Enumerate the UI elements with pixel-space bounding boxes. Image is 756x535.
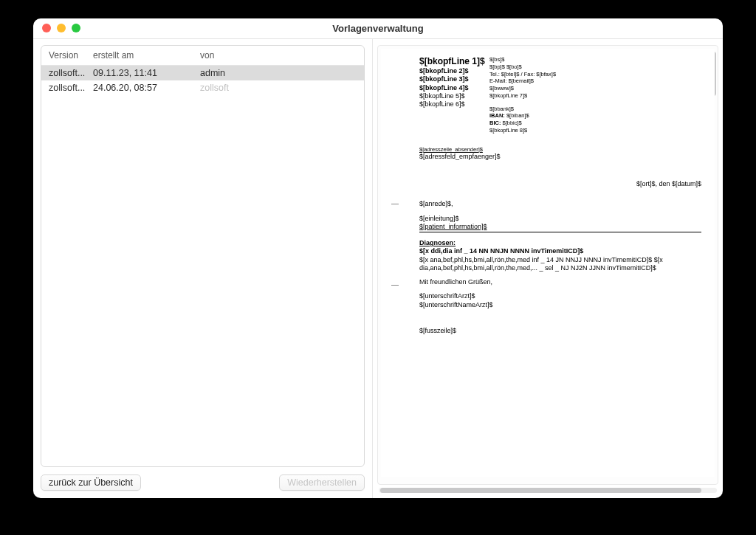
restore-button[interactable]: Wiederherstellen [279, 474, 365, 491]
fold-mark-icon [391, 285, 399, 286]
col-created[interactable]: erstellt am [93, 50, 200, 61]
closing: Mit freundlichen Grüßen, [419, 278, 701, 286]
cell-created: 24.06.20, 08:57 [93, 83, 200, 93]
table-row[interactable]: zollsoft...24.06.20, 08:57zollsoft [41, 80, 364, 95]
letterhead-line: $[bkopfLine 1]$ [419, 56, 489, 67]
right-pane: $[bkopfLine 1]$$[bkopfLine 2]$$[bkopfLin… [373, 39, 723, 498]
signature-line: $[unterschriftArzt]$ [419, 292, 701, 300]
cell-version: zollsoft... [49, 68, 93, 78]
cell-by: zollsoft [200, 83, 357, 93]
letterhead-line: $[bkopfLine 8]$ [489, 127, 701, 134]
letterhead-line: $[bkopfLine 6]$ [419, 100, 489, 108]
back-button[interactable]: zurück zur Übersicht [41, 474, 141, 491]
cell-by: admin [200, 68, 357, 78]
table-row[interactable]: zollsoft...09.11.23, 11:41admin [41, 66, 364, 80]
letterhead-right: $[bs]$$[bp]$ $[bo]$Tel.: $[btel]$ / Fax:… [489, 56, 701, 134]
hscroll-track [379, 488, 717, 493]
button-row: zurück zur Übersicht Wiederherstellen [41, 474, 365, 491]
letterhead-line: $[bs]$ [489, 56, 701, 63]
close-icon[interactable] [42, 24, 51, 32]
letterhead-line: $[bwww]$ [489, 85, 701, 92]
letterhead-line: $[bkopfLine 7]$ [489, 92, 701, 100]
zoom-icon[interactable] [72, 24, 80, 32]
col-version[interactable]: Version [49, 50, 93, 61]
date-line: $[ort]$, den $[datum]$ [419, 180, 701, 188]
recipient-field: $[adressfeld_empfaenger]$ [419, 153, 701, 161]
letterhead-line: $[bkopfLine 2]$ [419, 67, 489, 75]
version-list: Version erstellt am von zollsoft...09.11… [41, 45, 365, 467]
horizontal-scrollbar[interactable] [377, 485, 718, 494]
cell-version: zollsoft... [49, 83, 93, 93]
minimize-icon[interactable] [57, 24, 66, 32]
letterhead-line: $[bbank]$ [489, 106, 701, 113]
letterhead-left: $[bkopfLine 1]$$[bkopfLine 2]$$[bkopfLin… [419, 56, 489, 134]
signature-name: $[unterschriftNameArzt]$ [419, 301, 701, 309]
intro-line: $[einleitung]$ [419, 215, 701, 223]
window-title: Vorlagenverwaltung [332, 23, 423, 34]
footer-line: $[fusszeile]$ [419, 327, 701, 335]
left-pane: Version erstellt am von zollsoft...09.11… [33, 39, 373, 498]
sender-line: $[adresszeile_absender]$ [419, 146, 701, 153]
separator-line [419, 232, 701, 232]
col-by[interactable]: von [200, 50, 357, 61]
list-header: Version erstellt am von [41, 46, 364, 66]
hscroll-thumb[interactable] [380, 488, 701, 493]
titlebar: Vorlagenverwaltung [33, 18, 723, 39]
letterhead-line: Tel.: $[btel]$ / Fax: $[bfax]$ [489, 71, 701, 78]
document-page: $[bkopfLine 1]$$[bkopfLine 2]$$[bkopfLin… [381, 49, 715, 477]
diagnoses-line: $[x ddi,dia inf _ 14 NN NNJN NNNN invTim… [419, 247, 701, 255]
letterhead: $[bkopfLine 1]$$[bkopfLine 2]$$[bkopfLin… [419, 56, 701, 134]
letterhead-line: E-Mail: $[bemail]$ [489, 77, 701, 85]
letterhead-line: BIC: $[bbic]$ [489, 120, 701, 127]
traffic-lights [42, 24, 80, 32]
window: Vorlagenverwaltung Version erstellt am v… [33, 18, 723, 498]
content: Version erstellt am von zollsoft...09.11… [33, 39, 723, 498]
diagnoses-heading: Diagnosen: [419, 239, 701, 247]
fold-mark-icon [391, 204, 399, 204]
diagnoses-line: $[x ana,bef,phl,hs,bmi,all,rön,the,med i… [419, 256, 701, 273]
preview-scroll[interactable]: $[bkopfLine 1]$$[bkopfLine 2]$$[bkopfLin… [377, 45, 718, 485]
salutation: $[anrede]$, [419, 200, 701, 208]
list-body: zollsoft...09.11.23, 11:41adminzollsoft.… [41, 66, 364, 466]
patient-info-line: $[patient_information]$ [419, 223, 701, 231]
letterhead-line: $[bkopfLine 4]$ [419, 84, 489, 92]
letterhead-line: $[bkopfLine 5]$ [419, 92, 489, 100]
letterhead-line: $[bkopfLine 3]$ [419, 75, 489, 83]
cell-created: 09.11.23, 11:41 [93, 68, 200, 78]
letterhead-line: $[bp]$ $[bo]$ [489, 63, 701, 71]
letterhead-line: IBAN: $[biban]$ [489, 112, 701, 120]
